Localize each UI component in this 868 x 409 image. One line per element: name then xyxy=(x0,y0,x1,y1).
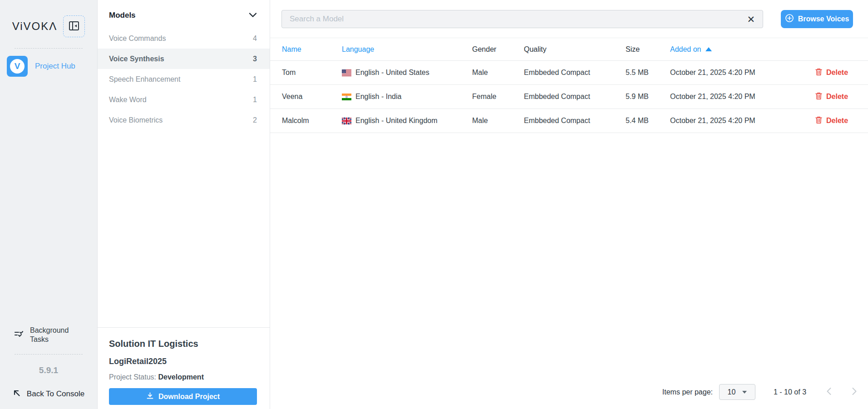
trash-icon xyxy=(815,116,822,126)
delete-label: Delete xyxy=(826,117,848,125)
model-item-count: 3 xyxy=(253,55,257,63)
project-status-label: Project Status: xyxy=(109,373,156,381)
sort-ascending-icon xyxy=(705,47,712,51)
clear-search-button[interactable]: ✕ xyxy=(746,15,756,24)
solution-title: Solution IT Logistics xyxy=(109,339,257,349)
table-row: Tom English - United States Male Embbe xyxy=(270,61,868,85)
flag-us-icon xyxy=(342,69,351,76)
model-name: Malcolm xyxy=(282,117,342,125)
items-per-page-label: Items per page: xyxy=(662,388,713,396)
background-tasks-label: Background Tasks xyxy=(30,326,82,344)
sidebar-item-voice-synthesis[interactable]: Voice Synthesis 3 xyxy=(98,49,270,69)
quality-value: Embbeded Compact xyxy=(524,117,626,125)
project-status-value: Development xyxy=(158,373,204,381)
browse-voices-label: Browse Voices xyxy=(798,15,849,23)
sidebar-item-voice-biometrics[interactable]: Voice Biometrics 2 xyxy=(98,110,270,130)
quality-value: Embbeded Compact xyxy=(524,69,626,77)
model-item-label: Speech Enhancement xyxy=(109,75,180,84)
model-name: Veena xyxy=(282,93,342,101)
table-row: Malcolm English - United Kingdom xyxy=(270,109,868,133)
delete-button[interactable]: Delete xyxy=(813,92,851,102)
column-header-language[interactable]: Language xyxy=(342,45,472,54)
column-header-name[interactable]: Name xyxy=(282,45,342,54)
model-item-count: 1 xyxy=(253,75,257,84)
toolbar: ✕ Browse Voices xyxy=(270,0,868,38)
back-to-console-button[interactable]: Back To Console xyxy=(13,389,84,399)
sidebar-item-voice-commands[interactable]: Voice Commands 4 xyxy=(98,28,270,49)
flag-uk-icon xyxy=(342,118,351,124)
sidebar-item-wake-word[interactable]: Wake Word 1 xyxy=(98,89,270,110)
pagination-bar: Items per page: 10 1 - 10 of 3 xyxy=(270,384,868,409)
collapse-sidebar-icon xyxy=(69,20,79,33)
size-value: 5.5 MB xyxy=(626,69,670,77)
project-card: Solution IT Logistics LogiRetail2025 Pro… xyxy=(98,327,270,409)
project-hub-label: Project Hub xyxy=(35,62,75,71)
search-input[interactable] xyxy=(289,14,746,24)
chevron-left-icon xyxy=(826,387,832,397)
language-cell: English - United Kingdom xyxy=(342,117,472,125)
pagination-range: 1 - 10 of 3 xyxy=(774,388,806,396)
table-row: Veena English - India Female xyxy=(270,85,868,109)
column-header-quality: Quality xyxy=(524,45,626,54)
sidebar-divider xyxy=(15,354,83,355)
column-header-size: Size xyxy=(626,45,670,54)
sidebar-item-speech-enhancement[interactable]: Speech Enhancement 1 xyxy=(98,69,270,89)
background-tasks-icon xyxy=(14,329,24,341)
download-project-button[interactable]: Download Project xyxy=(109,388,257,405)
quality-value: Embbeded Compact xyxy=(524,93,626,101)
language-label: English - India xyxy=(355,93,401,101)
language-label: English - United States xyxy=(355,69,429,77)
logo-row: ViVOKΛ xyxy=(12,15,85,37)
table-header-row: Name Language Gender Quality Size Added … xyxy=(270,38,868,61)
plus-circle-icon xyxy=(785,14,794,25)
delete-button[interactable]: Delete xyxy=(813,68,851,78)
sidebar-item-project-hub[interactable]: V Project Hub xyxy=(0,49,97,83)
language-cell: English - United States xyxy=(342,69,472,77)
delete-button[interactable]: Delete xyxy=(813,116,851,126)
added-on-value: October 21, 2025 4:20 PM xyxy=(670,93,813,101)
column-header-added-on[interactable]: Added on xyxy=(670,45,813,54)
collapse-sidebar-button[interactable] xyxy=(63,15,85,37)
trash-icon xyxy=(815,68,822,78)
previous-page-button[interactable] xyxy=(826,387,832,397)
model-item-label: Voice Commands xyxy=(109,34,166,43)
trash-icon xyxy=(815,92,822,102)
app-window: ViVOKΛ V Project Hub xyxy=(0,0,868,409)
chevron-down-icon[interactable] xyxy=(249,11,257,20)
left-sidebar: ViVOKΛ V Project Hub xyxy=(0,0,98,409)
model-item-label: Voice Synthesis xyxy=(109,55,164,63)
models-panel-header: Models xyxy=(98,0,270,28)
next-page-button[interactable] xyxy=(852,387,857,397)
added-on-value: October 21, 2025 4:20 PM xyxy=(670,117,813,125)
project-hub-icon: V xyxy=(7,56,28,77)
vivoka-v-mark: V xyxy=(10,59,25,74)
gender-value: Male xyxy=(472,117,524,125)
download-project-label: Download Project xyxy=(158,393,220,401)
search-box: ✕ xyxy=(281,10,763,28)
caret-down-icon xyxy=(742,391,747,394)
download-icon xyxy=(146,392,154,401)
model-item-count: 4 xyxy=(253,34,257,43)
delete-label: Delete xyxy=(826,69,848,77)
gender-value: Male xyxy=(472,69,524,77)
model-item-count: 1 xyxy=(253,96,257,104)
items-per-page-select[interactable]: 10 xyxy=(719,384,755,400)
project-status: Project Status: Development xyxy=(109,373,257,381)
version-label: 5.9.1 xyxy=(39,365,58,375)
items-per-page-value: 10 xyxy=(728,388,736,396)
language-cell: English - India xyxy=(342,93,472,101)
gender-value: Female xyxy=(472,93,524,101)
models-title: Models xyxy=(109,11,136,20)
project-name: LogiRetail2025 xyxy=(109,357,257,366)
added-on-value: October 21, 2025 4:20 PM xyxy=(670,69,813,77)
column-header-gender: Gender xyxy=(472,45,524,54)
language-label: English - United Kingdom xyxy=(355,117,438,125)
model-name: Tom xyxy=(282,69,342,77)
sidebar-item-background-tasks[interactable]: Background Tasks xyxy=(0,326,97,344)
model-item-label: Voice Biometrics xyxy=(109,116,163,124)
size-value: 5.9 MB xyxy=(626,93,670,101)
back-to-console-label: Back To Console xyxy=(27,389,84,399)
arrow-north-west-icon xyxy=(13,389,21,399)
browse-voices-button[interactable]: Browse Voices xyxy=(781,10,853,28)
delete-label: Delete xyxy=(826,93,848,101)
